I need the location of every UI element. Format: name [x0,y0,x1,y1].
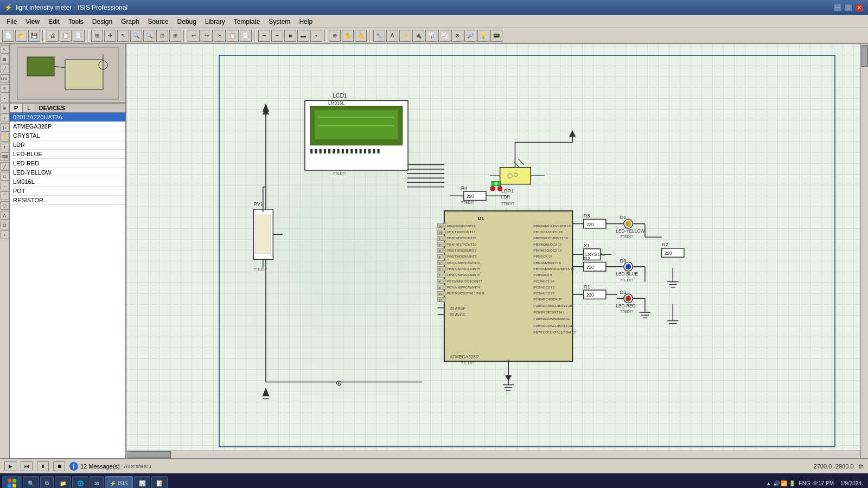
copy-button[interactable]: 📋 [227,30,239,42]
stop-button[interactable]: ⏹ [53,461,65,471]
device-item-4[interactable]: LED-BLUE [10,150,125,159]
device-item-6[interactable]: LED-YELLOW [10,168,125,177]
zoom-fit-button[interactable]: ⊡ [156,30,168,42]
bus-tool[interactable]: ≡ [1,84,9,93]
menu-debug[interactable]: Debug [173,17,201,27]
undo-button[interactable]: ↩ [188,30,200,42]
text-tool[interactable]: T [1,143,9,151]
menu-template[interactable]: Template [229,17,265,27]
tab-p[interactable]: P [10,104,23,112]
paste-button[interactable]: 📑 [240,30,252,42]
device-item-2[interactable]: CRYSTAL [10,131,125,140]
start-button[interactable] [2,476,22,488]
horizontal-scrollbar[interactable] [126,451,860,458]
menu-tools[interactable]: Tools [64,17,88,27]
search-button[interactable]: 🔍 [23,476,39,488]
add-tool[interactable]: + [1,230,9,239]
pause-button[interactable]: ⏸ [37,461,49,471]
device-item-5[interactable]: LED-RED [10,159,125,168]
edge-button[interactable]: 🌐 [72,476,88,488]
sim-btn5[interactable]: 📊 [425,30,437,42]
zoom-tool[interactable]: ⊕ [329,30,341,42]
wire-button[interactable]: ━ [258,30,270,42]
step-button[interactable]: ⏭ [21,461,33,471]
power-tool[interactable]: ⊕ [1,104,9,112]
wire-tool[interactable]: ╱ [1,65,9,73]
app-taskbar-btn[interactable]: 📝 [151,476,168,488]
print-button[interactable]: 🖨 [47,30,59,42]
zoom-out-button[interactable]: 🔍 [143,30,155,42]
open-button[interactable]: 📂 [15,30,27,42]
zoom-in-button[interactable]: 🔍 [130,30,142,42]
wire2-button[interactable]: ┅ [271,30,283,42]
junction-tool[interactable]: • [1,94,9,102]
script-tool[interactable]: ⌨ [1,152,9,161]
label-tool[interactable]: LBL [1,74,9,83]
canvas-area[interactable]: LCD1 LM016L ?TEDI? RV1 ?TEDI? U1 A [126,44,868,458]
hand-tool[interactable]: 👆 [355,30,367,42]
grid-button[interactable]: ⊞ [91,30,103,42]
sim-btn3[interactable]: ⚡ [399,30,411,42]
menu-file[interactable]: File [2,17,21,27]
origin-button[interactable]: ✛ [104,30,116,42]
select-tool[interactable]: ↖ [1,45,9,54]
powerpoint-taskbar-btn[interactable]: 📊 [134,476,150,488]
menu-design[interactable]: Design [88,17,117,27]
marker-tool[interactable]: ⊡ [1,221,9,229]
device-item-7[interactable]: LM016L [10,177,125,187]
taskview-button[interactable]: ⧉ [40,476,54,488]
box2-button[interactable]: ▬ [297,30,309,42]
poly-tool[interactable]: ⬡ [1,201,9,210]
device-item-0[interactable]: 02013A220UAT2A [10,113,125,122]
minimize-button[interactable]: — [833,4,842,11]
menu-system[interactable]: System [264,17,295,27]
device-item-3[interactable]: LDR [10,140,125,150]
ground-tool[interactable]: ⏚ [1,113,9,122]
menu-view[interactable]: View [21,17,44,27]
menu-help[interactable]: Help [295,17,317,27]
print3-button[interactable]: 📑 [73,30,85,42]
menu-edit[interactable]: Edit [44,17,64,27]
svg-text:PD5/ADC5/SCL/INT13 13: PD5/ADC5/SCL/INT13 13 [533,324,572,328]
probe-tool[interactable]: ⚡ [1,133,9,142]
print2-button[interactable]: 📋 [60,30,72,42]
sim-btn4[interactable]: 🔌 [412,30,424,42]
device-item-9[interactable]: RESISTOR [10,196,125,205]
device-item-1[interactable]: ATMEGA328P [10,122,125,131]
mail-button[interactable]: ✉ [90,476,104,488]
redo-button[interactable]: ↪ [201,30,213,42]
sim-btn1[interactable]: 🔧 [373,30,385,42]
box-button[interactable]: ■ [284,30,296,42]
close-button[interactable]: ✕ [855,4,864,11]
symbol-tool[interactable]: A [1,211,9,220]
menu-graph[interactable]: Graph [117,17,143,27]
sim-btn10[interactable]: 📟 [490,30,502,42]
save-button[interactable]: 💾 [28,30,40,42]
arc-tool[interactable]: ⌒ [1,191,9,200]
port-tool[interactable]: ▷ [1,123,9,132]
component-tool[interactable]: ⊞ [1,55,9,63]
isis-taskbar-btn[interactable]: ⚡ ISIS [105,476,133,488]
zoom-area-button[interactable]: ⊞ [169,30,181,42]
vertical-scrollbar[interactable] [860,44,868,458]
device-item-8[interactable]: POT [10,187,125,196]
new-button[interactable]: 📄 [2,30,14,42]
box3-button[interactable]: ▪ [310,30,322,42]
sim-btn9[interactable]: 💡 [477,30,489,42]
rect-tool[interactable]: □ [1,172,9,181]
tab-l[interactable]: L [23,104,35,112]
menu-library[interactable]: Library [201,17,229,27]
menu-source[interactable]: Source [144,17,173,27]
cursor-button[interactable]: ↖ [117,30,129,42]
maximize-button[interactable]: □ [844,4,853,11]
circle-tool[interactable]: ○ [1,182,9,190]
pan-tool[interactable]: ✋ [342,30,354,42]
play-button[interactable]: ▶ [4,461,16,471]
sim-btn7[interactable]: ⊗ [451,30,463,42]
cut-button[interactable]: ✂ [214,30,226,42]
sim-btn8[interactable]: 🔎 [464,30,476,42]
sim-btn2[interactable]: A [386,30,398,42]
line-tool[interactable]: ╱ [1,162,9,171]
sim-btn6[interactable]: 📈 [438,30,450,42]
explorer-button[interactable]: 📁 [55,476,71,488]
